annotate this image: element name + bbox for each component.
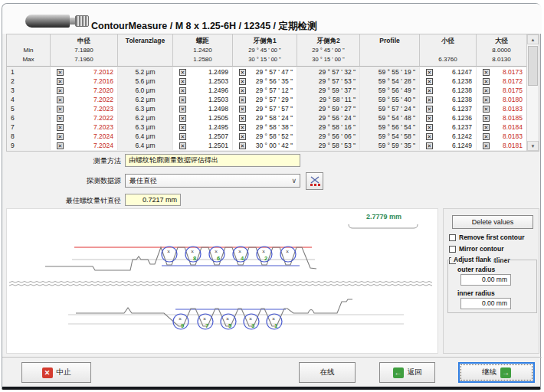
cell-value: 6.3 µm [135,122,155,132]
include-checkbox-icon[interactable]: ✕ [179,69,186,76]
cell-profile: 59 ° 56 ' 49 " [359,86,419,95]
include-checkbox-icon[interactable]: ✕ [179,78,186,85]
table-row[interactable]: 9✕7.20246.4 µm✕1.2501✕30 ° 00 ' 42 "29 °… [7,141,526,150]
back-arrow-icon: ← [393,368,404,378]
footer-bar: ✕ 中止 在线 ← 返回 继续 → [2,357,542,384]
table-row[interactable]: 4✕7.20226.2 µm✕1.2503✕29 ° 57 ' 29 "29 °… [7,95,526,104]
option-mirror-contour[interactable]: Mirror contour [449,245,504,253]
include-checkbox-icon[interactable]: ✕ [426,87,433,94]
outer-radius-field[interactable]: 0.00 mm [460,274,511,286]
table-row[interactable]: 2✕7.20165.6 µm✕1.2503✕29 ° 56 ' 35 "29 °… [7,77,526,86]
include-checkbox-icon[interactable]: ✕ [57,115,64,122]
cell-value: 29 ° 58 ' 24 " [256,113,297,122]
include-checkbox-icon[interactable]: ✕ [57,69,64,76]
wire-center-mark: × [191,249,194,254]
include-checkbox-icon[interactable]: ✕ [483,115,490,122]
include-checkbox-icon[interactable]: ✕ [57,78,64,85]
cell-value: 1.2496 [208,86,232,95]
include-checkbox-icon[interactable]: ✕ [239,78,246,85]
wire-diameter-field[interactable]: 0.7217 mm [125,194,181,206]
cell-value: 6.1237 [452,122,476,132]
measurement-table: Min Max 中径 7.1880 7.1960 Toleranzlage 螺距… [6,34,539,152]
cell-value: 6.1238 [452,95,476,104]
include-checkbox-icon[interactable]: ✕ [239,87,246,94]
include-checkbox-icon[interactable]: ✕ [57,87,64,94]
next-button[interactable]: 继续 → [458,362,535,383]
checkbox-icon[interactable] [449,246,456,253]
include-checkbox-icon[interactable]: ✕ [426,69,433,76]
table-row[interactable]: 1✕7.20125.2 µm✕1.2499✕29 ° 57 ' 47 "29 °… [7,67,526,77]
chevron-down-icon[interactable]: ∨ [291,175,297,187]
include-checkbox-icon[interactable]: ✕ [239,133,246,140]
table-scrollbar[interactable]: ▲ ▼ [526,34,539,151]
method-field[interactable]: 由螺纹轮廓测量数据评估得出 [125,154,300,167]
inner-radius-label: inner radius [457,289,495,297]
option-remove-first-contour[interactable]: Remove first contour [449,234,525,241]
scroll-up-icon[interactable]: ▲ [527,34,539,44]
include-checkbox-icon[interactable]: ✕ [239,96,246,103]
delete-values-button[interactable]: Delete values [452,215,533,229]
scroll-down-icon[interactable]: ▼ [527,141,539,151]
include-checkbox-icon[interactable]: ✕ [179,142,186,149]
include-checkbox-icon[interactable]: ✕ [426,133,433,140]
include-checkbox-icon[interactable]: ✕ [179,124,186,131]
cell-value: 7 [11,122,15,132]
cell-luoju: ✕1.2507 [172,132,232,141]
cell-xiaojing: ✕6.1237 [419,122,476,132]
cell-value: 8.0172 [503,77,526,86]
checkbox-icon[interactable] [449,234,456,241]
table-row[interactable]: 3✕7.20206.0 µm✕1.2496✕29 ° 57 ' 12 "29 °… [7,86,526,95]
cell-dajing: ✕8.0181 [476,141,526,150]
include-checkbox-icon[interactable]: ✕ [179,96,186,103]
include-checkbox-icon[interactable]: ✕ [426,115,433,122]
table-row[interactable]: 7✕7.20236.3 µm✕1.2495✕29 ° 58 ' 38 "29 °… [7,122,526,132]
back-button[interactable]: ← 返回 [379,362,435,383]
include-checkbox-icon[interactable]: ✕ [179,106,186,113]
include-checkbox-icon[interactable]: ✕ [483,106,490,113]
abort-button[interactable]: ✕ 中止 [21,362,91,383]
include-checkbox-icon[interactable]: ✕ [483,142,490,149]
include-checkbox-icon[interactable]: ✕ [483,87,490,94]
include-checkbox-icon[interactable]: ✕ [239,115,246,122]
cell-value: 7.2024 [93,141,117,150]
include-checkbox-icon[interactable]: ✕ [483,124,490,131]
include-checkbox-icon[interactable]: ✕ [483,78,490,85]
include-checkbox-icon[interactable]: ✕ [426,96,433,103]
include-checkbox-icon[interactable]: ✕ [239,142,246,149]
include-checkbox-icon[interactable]: ✕ [483,133,490,140]
include-checkbox-icon[interactable]: ✕ [239,69,246,76]
title-bar: ContourMeasure / M 8 x 1.25-6H / 12345 /… [2,4,542,34]
include-checkbox-icon[interactable]: ✕ [57,106,64,113]
include-checkbox-icon[interactable]: ✕ [239,124,246,131]
include-checkbox-icon[interactable]: ✕ [483,69,490,76]
source-dropdown[interactable]: 最佳直径 ∨ [125,174,300,188]
online-button[interactable]: 在线 [299,362,356,383]
table-row[interactable]: 6✕7.20226.2 µm✕1.2505✕29 ° 58 ' 24 "29 °… [7,113,526,122]
include-checkbox-icon[interactable]: ✕ [483,96,490,103]
cell-luoju: ✕1.2503 [172,77,232,86]
include-checkbox-icon[interactable]: ✕ [179,87,186,94]
include-checkbox-icon[interactable]: ✕ [426,142,433,149]
cell-ya2: 29 ° 56 ' 06 " [297,132,359,141]
cell-ya2: 29 ° 58 ' 16 " [297,122,359,132]
dimension-label: 2.7779 mm [366,213,401,220]
include-checkbox-icon[interactable]: ✕ [239,106,246,113]
probe-points-button[interactable] [306,172,323,190]
include-checkbox-icon[interactable]: ✕ [426,106,433,113]
table-row[interactable]: 8✕7.20246.4 µm✕1.2507✕29 ° 58 ' 52 "29 °… [7,132,526,141]
scrollbar-thumb[interactable] [528,46,538,86]
cell-value: 29 ° 56 ' 06 " [319,132,359,141]
include-checkbox-icon[interactable]: ✕ [57,133,64,140]
include-checkbox-icon[interactable]: ✕ [57,96,64,103]
cell-profile: 59 ° 54 ' 28 " [359,77,419,86]
table-row[interactable]: 5✕7.20236.3 µm✕1.2498✕29 ° 57 ' 57 "29 °… [7,104,526,113]
cell-xiaojing: ✕6.1236 [419,113,476,122]
include-checkbox-icon[interactable]: ✕ [57,142,64,149]
include-checkbox-icon[interactable]: ✕ [179,115,186,122]
include-checkbox-icon[interactable]: ✕ [426,78,433,85]
cell-ya2: 29 ° 58 ' 11 " [297,95,359,104]
inner-radius-field[interactable]: 0.00 mm [460,298,511,309]
include-checkbox-icon[interactable]: ✕ [426,124,433,131]
include-checkbox-icon[interactable]: ✕ [57,124,64,131]
include-checkbox-icon[interactable]: ✕ [179,133,186,140]
